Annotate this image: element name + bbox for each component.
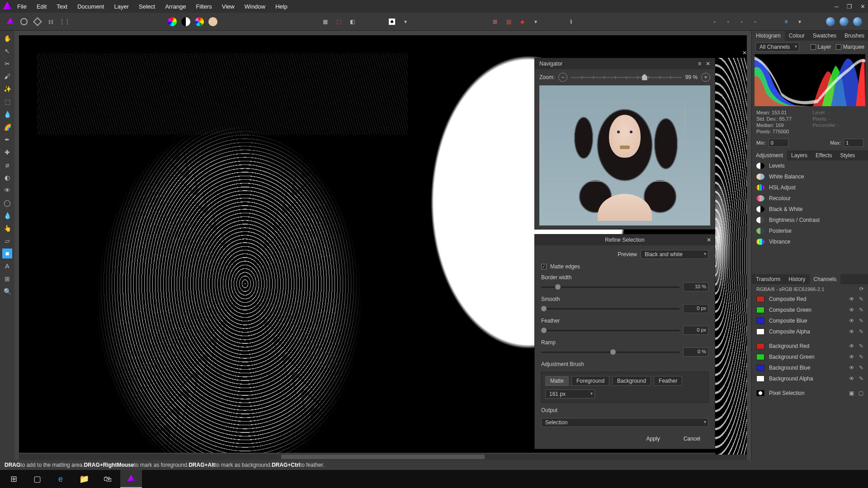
arrange-2-icon[interactable]: ▫ xyxy=(723,17,733,27)
brush-mode-background[interactable]: Background xyxy=(612,376,651,386)
flood-tool-icon[interactable]: 💧 xyxy=(2,109,12,119)
swatch-rgb-icon[interactable] xyxy=(167,17,177,27)
tab-history[interactable]: History xyxy=(784,274,809,284)
edit-icon[interactable]: ✎ xyxy=(859,375,863,382)
mesh-tool-icon[interactable]: ⊞ xyxy=(2,274,12,284)
menu-select[interactable]: Select xyxy=(139,3,155,10)
tab-brushes[interactable]: Brushes xyxy=(840,31,868,41)
snapping-icon[interactable]: ◆ xyxy=(517,17,527,27)
panel-close-icon[interactable]: ✕ xyxy=(706,61,710,67)
minimize-button[interactable]: ─ xyxy=(835,3,839,10)
hand-tool-icon[interactable]: ✋ xyxy=(2,33,12,43)
blur-tool-icon[interactable]: ◐ xyxy=(2,173,12,183)
channel-select[interactable]: All Channels xyxy=(755,42,799,52)
floating-close-icon[interactable]: ✕ xyxy=(742,50,747,56)
persona-develop-icon[interactable]: ⫿⫿ xyxy=(46,17,56,27)
arrange-4-icon[interactable]: ▫ xyxy=(750,17,760,27)
zoom-slider[interactable] xyxy=(571,77,682,78)
visibility-icon[interactable]: 👁 xyxy=(849,296,854,302)
brush-mode-foreground[interactable]: Foreground xyxy=(571,376,609,386)
swatch-bw-icon[interactable] xyxy=(181,17,191,27)
grid-icon[interactable]: ⊞ xyxy=(490,17,500,27)
text-tool-icon[interactable]: A xyxy=(2,261,12,271)
visibility-icon[interactable]: 👁 xyxy=(849,307,854,313)
edit-icon[interactable]: ✎ xyxy=(859,296,863,302)
preview-mode-select[interactable]: Black and white xyxy=(641,250,708,259)
clone-tool-icon[interactable]: ⌀ xyxy=(2,160,12,170)
adjustment-levels[interactable]: Levels xyxy=(752,160,868,171)
smooth-value[interactable]: 0 px xyxy=(683,304,708,313)
menu-edit[interactable]: Edit xyxy=(37,3,47,10)
affinity-taskbar-icon[interactable] xyxy=(120,470,142,488)
link-icon[interactable]: ▢ xyxy=(859,390,863,396)
adjustment-posterise[interactable]: Posterise xyxy=(752,225,868,236)
persona-photo-icon[interactable] xyxy=(19,17,29,27)
marquee-tool-icon[interactable]: ⬚ xyxy=(2,97,12,107)
brush-mode-feather[interactable]: Feather xyxy=(654,376,682,386)
edge-icon[interactable]: e xyxy=(50,470,71,488)
persona-liquify-icon[interactable] xyxy=(33,17,42,27)
channel-composite-green[interactable]: Composite Green👁✎ xyxy=(752,305,868,315)
tab-transform[interactable]: Transform xyxy=(752,274,784,284)
adjustment-hsl-adjust[interactable]: HSL Adjust xyxy=(752,182,868,193)
edit-icon[interactable]: ✎ xyxy=(859,354,863,360)
feather-value[interactable]: 0 px xyxy=(683,326,708,335)
channel-pixel-selection[interactable]: Pixel Selection▣▢ xyxy=(752,388,868,399)
cancel-button[interactable]: Cancel xyxy=(675,434,708,443)
matte-edges-checkbox[interactable]: ✓ xyxy=(541,264,547,269)
tab-histogram[interactable]: Histogram xyxy=(752,31,785,41)
viewport-indicator[interactable] xyxy=(540,103,685,182)
visibility-icon[interactable]: 👁 xyxy=(849,375,854,382)
start-button[interactable]: ⊞ xyxy=(3,470,24,488)
zoom-out-button[interactable]: − xyxy=(558,73,567,82)
smudge-tool-icon[interactable]: 👆 xyxy=(2,223,12,233)
layer-checkbox[interactable]: Layer xyxy=(811,44,831,50)
channel-composite-red[interactable]: Composite Red👁✎ xyxy=(752,294,868,305)
select-invert-icon[interactable]: ◧ xyxy=(347,17,357,27)
select-rect-icon[interactable]: ▦ xyxy=(320,17,330,27)
channel-background-green[interactable]: Background Green👁✎ xyxy=(752,352,868,362)
channel-composite-alpha[interactable]: Composite Alpha👁✎ xyxy=(752,326,868,337)
wand-tool-icon[interactable]: ✨ xyxy=(2,84,12,94)
shape-tool-icon[interactable]: ■ xyxy=(2,249,12,258)
menu-arrange[interactable]: Arrange xyxy=(165,3,186,10)
color-picker-tool-icon[interactable]: 💧 xyxy=(2,211,12,221)
min-input[interactable] xyxy=(769,139,788,147)
border-width-slider[interactable] xyxy=(541,286,679,288)
app-icon[interactable] xyxy=(5,17,15,27)
menu-file[interactable]: File xyxy=(17,3,27,10)
sphere-1-icon[interactable] xyxy=(826,17,835,27)
menu-view[interactable]: View xyxy=(222,3,235,10)
tab-layers[interactable]: Layers xyxy=(787,150,811,160)
heal-tool-icon[interactable]: ✚ xyxy=(2,147,12,157)
zoom-in-button[interactable]: + xyxy=(701,73,710,82)
arrange-3-icon[interactable]: ▫ xyxy=(737,17,747,27)
tab-adjustment[interactable]: Adjustment xyxy=(752,150,787,160)
tab-effects[interactable]: Effects xyxy=(811,150,836,160)
menu-text[interactable]: Text xyxy=(57,3,67,10)
reset-icon[interactable]: ⟳ xyxy=(859,286,863,292)
edit-icon[interactable]: ✎ xyxy=(859,318,863,324)
crop-tool-icon[interactable]: ✂ xyxy=(2,59,12,69)
edit-icon[interactable]: ✎ xyxy=(859,307,863,313)
visibility-icon[interactable]: 👁 xyxy=(849,365,854,371)
menu-document[interactable]: Document xyxy=(77,3,104,10)
align-icon[interactable]: ≡ xyxy=(781,17,791,27)
menu-help[interactable]: Help xyxy=(275,3,288,10)
quickmask-dropdown-icon[interactable]: ▾ xyxy=(401,17,410,27)
sphere-2-icon[interactable] xyxy=(839,17,849,27)
tab-swatches[interactable]: Swatches xyxy=(809,31,840,41)
arrange-1-icon[interactable]: ▫ xyxy=(710,17,720,27)
channel-background-alpha[interactable]: Background Alpha👁✎ xyxy=(752,373,868,384)
visibility-icon[interactable]: 👁 xyxy=(849,328,854,335)
ramp-value[interactable]: 0 % xyxy=(683,347,708,357)
task-view-button[interactable]: ▢ xyxy=(26,470,48,488)
select-cancel-icon[interactable]: ⬚ xyxy=(334,17,344,27)
tab-colour[interactable]: Colour xyxy=(785,31,809,41)
redeye-tool-icon[interactable]: 👁 xyxy=(2,185,12,195)
marquee-checkbox[interactable]: Marquee xyxy=(836,44,864,50)
adjustment-vibrance[interactable]: Vibrance xyxy=(752,236,868,247)
ramp-slider[interactable] xyxy=(541,352,679,353)
panel-menu-icon[interactable]: ≡ xyxy=(698,61,701,67)
swatch-skin-icon[interactable] xyxy=(208,17,218,27)
